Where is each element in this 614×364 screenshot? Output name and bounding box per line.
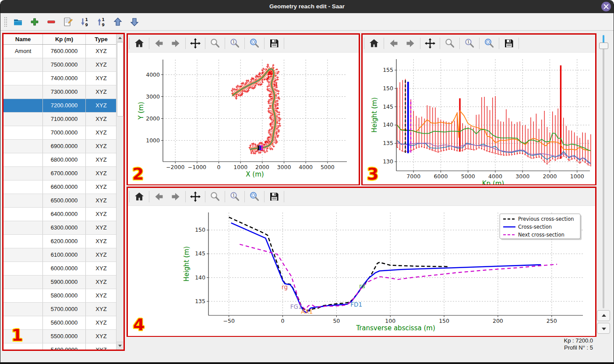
- table-row-kp-7600.0000[interactable]: Amont7600.0000XYZ: [4, 45, 116, 58]
- forward-button[interactable]: [405, 38, 416, 49]
- table-row-kp-7400.0000[interactable]: 7400.0000XYZ: [4, 72, 116, 85]
- table-row-kp-5700.0000[interactable]: 5700.0000XYZ: [4, 303, 116, 316]
- move-down-button[interactable]: [129, 17, 140, 27]
- table-row-kp-5800.0000[interactable]: 5800.0000XYZ: [4, 289, 116, 303]
- home-button[interactable]: [134, 191, 145, 202]
- zoom-original-icon: 1: [229, 38, 240, 49]
- save-button[interactable]: [268, 38, 280, 49]
- table-row-kp-6300.0000[interactable]: 6300.0000XYZ: [4, 221, 116, 235]
- table-cell-kp: 6000.0000: [43, 262, 86, 275]
- svg-text:0: 0: [217, 164, 221, 170]
- svg-text:145: 145: [195, 250, 205, 257]
- toolbar-separator: [284, 38, 284, 49]
- open-button[interactable]: [13, 17, 23, 27]
- back-button[interactable]: [153, 191, 165, 202]
- table-row-kp-6500.0000[interactable]: 6500.0000XYZ: [4, 194, 116, 208]
- svg-text:1: 1: [102, 18, 105, 22]
- table-row-kp-5900.0000[interactable]: 5900.0000XYZ: [4, 276, 116, 289]
- table-row-kp-7500.0000[interactable]: 7500.0000XYZ: [4, 58, 116, 72]
- back-button[interactable]: [388, 38, 399, 49]
- table-row-kp-6400.0000[interactable]: 6400.0000XYZ: [4, 208, 116, 221]
- table-cell-name: [4, 316, 43, 329]
- table-cell-type: XYZ: [86, 221, 116, 234]
- table-row-kp-6100.0000[interactable]: 6100.0000XYZ: [4, 248, 116, 262]
- zoom-fit-button[interactable]: [249, 191, 260, 202]
- home-button[interactable]: [368, 38, 380, 49]
- table-scrollbar[interactable]: [116, 34, 124, 350]
- zoom-fit-button[interactable]: [249, 38, 260, 49]
- svg-text:1: 1: [233, 40, 235, 44]
- table-header-type[interactable]: Type: [86, 34, 116, 44]
- forward-button[interactable]: [170, 38, 181, 49]
- save-button[interactable]: [268, 191, 280, 202]
- table-scrollbar-thumb[interactable]: [117, 42, 124, 117]
- profile-slider-handle[interactable]: [599, 42, 608, 49]
- sort-descending-button[interactable]: 19: [79, 17, 90, 27]
- table-header-name[interactable]: Name: [4, 34, 43, 44]
- zoom-button[interactable]: [209, 38, 221, 49]
- home-button[interactable]: [134, 38, 145, 49]
- edit-button[interactable]: [63, 17, 73, 27]
- profile-up-button[interactable]: [597, 310, 610, 321]
- table-row-kp-6600.0000[interactable]: 6600.0000XYZ: [4, 180, 116, 194]
- table-cell-name: [4, 126, 43, 139]
- table-row-kp-7300.0000[interactable]: 7300.0000XYZ: [4, 85, 116, 99]
- triangle-down-icon: [602, 328, 606, 330]
- table-row-kp-6700.0000[interactable]: 6700.0000XYZ: [4, 167, 116, 180]
- table-row-kp-6800.0000[interactable]: 6800.0000XYZ: [4, 153, 116, 167]
- forward-icon: [170, 38, 181, 49]
- sort-descending-icon: 19: [79, 17, 90, 27]
- table-cell-kp: 5900.0000: [43, 276, 86, 289]
- zoom-button[interactable]: [444, 38, 455, 49]
- zoom-original-button[interactable]: 1: [229, 38, 240, 49]
- svg-text:−50: −50: [223, 318, 234, 324]
- table-row-kp-7200.0000[interactable]: 7200.0000XYZ: [4, 99, 116, 113]
- svg-text:FD1: FD1: [350, 301, 362, 308]
- save-button[interactable]: [503, 38, 515, 49]
- profile-down-button[interactable]: [597, 323, 610, 334]
- table-cell-kp: 7500.0000: [43, 58, 86, 71]
- table-scroll-up-button[interactable]: [116, 34, 123, 42]
- toolbar-grip-handle[interactable]: [4, 17, 7, 27]
- status-readout: Kp : 7200.0 Profil N° : 5: [564, 337, 593, 351]
- svg-text:Kp (m): Kp (m): [482, 180, 504, 184]
- close-button[interactable]: [601, 2, 611, 11]
- zoom-fit-button[interactable]: [483, 38, 495, 49]
- add-button[interactable]: [29, 17, 40, 27]
- toolbar-separator: [244, 191, 245, 202]
- pan-button[interactable]: [424, 38, 436, 49]
- back-button[interactable]: [153, 38, 165, 49]
- toolbar-separator: [384, 38, 384, 49]
- table-cell-type: XYZ: [86, 45, 116, 58]
- toolbar-separator: [205, 38, 205, 49]
- table-row-kp-7100.0000[interactable]: 7100.0000XYZ: [4, 113, 116, 126]
- table-header-kp[interactable]: Kp (m): [43, 34, 86, 44]
- table-row-kp-6900.0000[interactable]: 6900.0000XYZ: [4, 140, 116, 153]
- profile-slider-track[interactable]: [603, 35, 604, 308]
- plan-view-plot[interactable]: −2000−1000010002000300040005000100020003…: [128, 53, 359, 184]
- forward-button[interactable]: [170, 191, 181, 202]
- zoom-button[interactable]: [209, 191, 221, 202]
- svg-text:1000: 1000: [233, 164, 247, 170]
- sort-ascending-button[interactable]: 19: [96, 17, 106, 27]
- pan-icon: [424, 38, 436, 49]
- zoom-original-button[interactable]: 1: [464, 38, 475, 49]
- remove-button[interactable]: [46, 17, 56, 27]
- toolbar-separator: [264, 38, 265, 49]
- pan-button[interactable]: [190, 38, 201, 49]
- zoom-original-button[interactable]: 1: [229, 191, 240, 202]
- pan-button[interactable]: [190, 191, 201, 202]
- table-row-kp-6200.0000[interactable]: 6200.0000XYZ: [4, 235, 116, 248]
- table-scroll-down-button[interactable]: [116, 342, 123, 350]
- forward-icon: [170, 191, 181, 202]
- long-profile-plot[interactable]: 7000600050004000300020001000130135140145…: [363, 53, 595, 184]
- cross-section-plot[interactable]: −50050100150200250135140145150Transverse…: [128, 206, 595, 336]
- svg-text:200: 200: [493, 318, 503, 324]
- svg-text:X (m): X (m): [246, 170, 264, 178]
- table-row-kp-7000.0000[interactable]: 7000.0000XYZ: [4, 126, 116, 140]
- back-icon: [153, 38, 165, 49]
- table-row-kp-6000.0000[interactable]: 6000.0000XYZ: [4, 262, 116, 276]
- move-up-button[interactable]: [113, 17, 123, 27]
- svg-text:Next cross-section: Next cross-section: [518, 232, 565, 238]
- svg-text:7000: 7000: [406, 173, 420, 180]
